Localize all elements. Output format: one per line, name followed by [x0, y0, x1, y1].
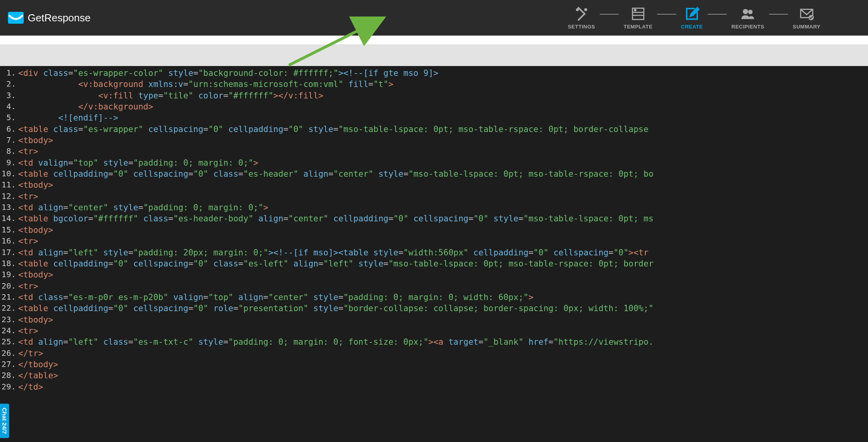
separator-white: [0, 36, 868, 44]
step-label: TEMPLATE: [624, 24, 652, 30]
step-recipients[interactable]: RECIPIENTS: [732, 6, 764, 30]
svg-point-9: [748, 9, 752, 14]
template-icon: [630, 6, 646, 21]
brand-logo[interactable]: GetResponse: [8, 12, 91, 24]
step-connector: [657, 14, 676, 15]
toolbar-placeholder: [0, 44, 868, 66]
create-icon: [684, 6, 700, 21]
step-create[interactable]: CREATE: [681, 6, 703, 30]
step-connector: [708, 14, 727, 15]
step-settings[interactable]: SETTINGS: [568, 6, 595, 30]
svg-point-8: [743, 9, 748, 14]
svg-point-11: [809, 15, 814, 20]
svg-point-2: [576, 8, 579, 11]
svg-rect-1: [577, 6, 586, 15]
logo-icon: [8, 12, 24, 24]
wizard-steps: SETTINGS TEMPLATE CREATE RECIPIENTS: [568, 6, 821, 30]
recipients-icon: [739, 6, 756, 21]
step-connector: [600, 14, 619, 15]
svg-point-3: [584, 8, 587, 11]
svg-point-7: [634, 9, 636, 11]
code-editor[interactable]: 1<div class="es-wrapper-color" style="ba…: [0, 66, 868, 394]
step-summary[interactable]: SUMMARY: [793, 6, 821, 30]
settings-icon: [573, 6, 590, 21]
step-label: RECIPIENTS: [732, 24, 764, 30]
summary-icon: [798, 6, 815, 21]
step-connector: [769, 14, 788, 15]
step-template[interactable]: TEMPLATE: [624, 6, 652, 30]
step-label: SUMMARY: [793, 24, 821, 30]
brand-name: GetResponse: [28, 12, 91, 24]
step-label: SETTINGS: [568, 24, 595, 30]
step-label: CREATE: [681, 24, 703, 30]
header-bar: GetResponse SETTINGS TEMPLATE CREATE: [0, 0, 868, 36]
